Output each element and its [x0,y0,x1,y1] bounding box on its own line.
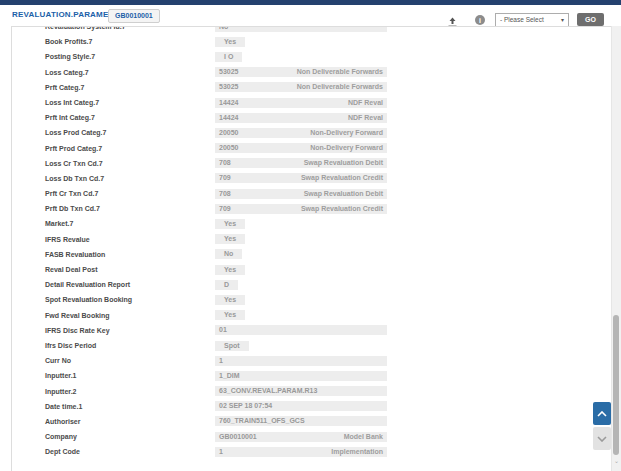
field-row: Ifrs Disc Period Spot [12,338,611,353]
field-description: Non Deliverable Forwards [297,67,383,77]
field-label: Loss Int Categ.7 [45,95,99,110]
field-label: FASB Revaluation [45,247,105,262]
field-value-bar: 02 SEP 18 07:54 [215,401,387,411]
field-label: Inputter.2 [45,384,77,399]
field-row: Posting Style.7 I O [12,49,611,64]
field-description: Non-Delivery Forward [310,128,383,138]
field-row: Loss Db Txn Cd.7 709 Swap Revaluation Cr… [12,171,611,186]
field-row: Reval Deal Post Yes [12,262,611,277]
action-select[interactable]: - Please Select ▾ [495,13,569,27]
field-row: Loss Categ.7 53025 Non Deliverable Forwa… [12,65,611,80]
field-value-bar: Yes [215,219,245,229]
field-label: Loss Db Txn Cd.7 [45,171,104,186]
field-description: Swap Revaluation Debit [304,189,383,199]
field-value: Yes [224,38,236,45]
field-value-bar: 20050 Non-Delivery Forward [215,128,387,138]
scrollbar-bottom-icon[interactable]: ⌄ [612,457,621,464]
field-value: 709 [219,173,231,183]
field-value: GB0010001 [219,432,257,442]
field-row: Spot Revaluation Booking Yes [12,292,611,307]
field-value-bar: 760_TRAIN511_OFS_GCS [215,416,387,426]
field-description: NDF Reval [348,98,383,108]
field-value: Yes [224,296,236,303]
field-label: Market.7 [45,216,73,231]
field-value: 01 [219,325,227,335]
field-value-bar: 1 [215,356,387,366]
field-description: Swap Revaluation Credit [301,173,383,183]
field-value-bar: Yes [215,37,245,47]
field-value: 1 [219,356,223,366]
field-value: 53025 [219,67,238,77]
scroll-to-top-button[interactable] [593,402,611,425]
field-label: Posting Style.7 [45,49,95,64]
field-value-bar: Yes [215,265,245,275]
info-icon[interactable]: i [475,15,485,25]
field-value-bar: Yes [215,234,245,244]
field-row: Loss Int Categ.7 14424 NDF Reval [12,95,611,110]
record-form-panel: Revaluation System Id.7 No Book Profits.… [11,26,611,471]
field-description: NDF Reval [348,113,383,123]
field-row: Prft Db Txn Cd.7 709 Swap Revaluation Cr… [12,201,611,216]
field-value-bar: 63_CONV.REVAL.PARAM.R13 [215,386,387,396]
field-value-bar: Spot [215,341,249,351]
field-value: Yes [224,220,236,227]
field-description: Non Deliverable Forwards [297,82,383,92]
field-label: Reval Deal Post [45,262,98,277]
field-value: Yes [224,311,236,318]
field-value: 709 [219,204,231,214]
field-row: IFRS Revalue Yes [12,232,611,247]
field-row: Fwd Reval Booking Yes [12,308,611,323]
field-value: D [224,281,229,288]
field-value-bar: D [215,280,238,290]
field-value: 20050 [219,128,238,138]
field-row: Curr No 1 [12,353,611,368]
field-row: Revaluation System Id.7 No [12,26,611,34]
field-label: Loss Cr Txn Cd.7 [45,156,103,171]
field-label: Date time.1 [45,399,82,414]
field-label: Company [45,429,77,444]
header-bar: REVALUATION.PARAMETER GB0010001 i - Plea… [0,5,621,26]
field-value-bar: 20050 Non-Delivery Forward [215,143,387,153]
field-row: Prft Prod Categ.7 20050 Non-Delivery For… [12,141,611,156]
field-rows: Revaluation System Id.7 No Book Profits.… [12,26,611,459]
field-value-bar: Yes [215,295,245,305]
field-value: I O [224,53,233,60]
field-label: Prft Prod Categ.7 [45,141,102,156]
field-value-bar: 01 [215,325,387,335]
upload-icon[interactable] [447,14,458,25]
field-row: Date time.1 02 SEP 18 07:54 [12,399,611,414]
scroll-to-bottom-button[interactable] [593,427,611,450]
field-value-bar: Yes [215,310,245,320]
field-row: Inputter.1 1_DIM [12,368,611,383]
field-label: Revaluation System Id.7 [45,26,126,34]
field-label: Fwd Reval Booking [45,308,110,323]
field-value-bar: 708 Swap Revaluation Debit [215,189,387,199]
field-value: Spot [224,342,240,349]
vertical-scrollbar-thumb[interactable] [613,315,619,455]
field-row: Loss Prod Categ.7 20050 Non-Delivery For… [12,125,611,140]
field-value: Yes [224,235,236,242]
chevron-down-icon: ▾ [561,14,564,26]
field-description: Swap Revaluation Debit [304,158,383,168]
field-label: Prft Int Categ.7 [45,110,95,125]
field-label: Dept Code [45,444,80,459]
field-value: 53025 [219,82,238,92]
field-label: Prft Categ.7 [45,80,84,95]
field-label: Prft Db Txn Cd.7 [45,201,100,216]
field-row: Company GB0010001 Model Bank [12,429,611,444]
field-label: Authoriser [45,414,80,429]
field-description: Model Bank [344,432,383,442]
go-button[interactable]: GO [577,13,604,26]
field-value: 708 [219,189,231,199]
field-row: Loss Cr Txn Cd.7 708 Swap Revaluation De… [12,156,611,171]
field-value: 760_TRAIN511_OFS_GCS [219,416,305,426]
field-value: 63_CONV.REVAL.PARAM.R13 [219,386,317,396]
field-row: Book Profits.7 Yes [12,34,611,49]
field-value: 1_DIM [219,371,240,381]
field-description: Swap Revaluation Credit [301,204,383,214]
field-row: FASB Revaluation No [12,247,611,262]
field-value: 708 [219,158,231,168]
field-row: Market.7 Yes [12,216,611,231]
field-label: Curr No [45,353,71,368]
field-value: 14424 [219,98,238,108]
